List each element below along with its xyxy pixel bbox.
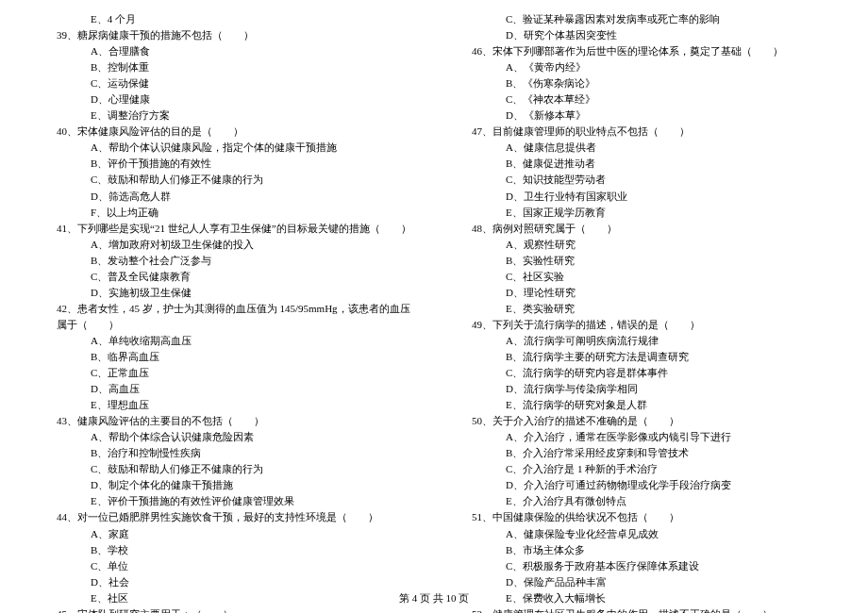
left-column: E、4 个月39、糖尿病健康干预的措施不包括（ ）A、合理膳食B、控制体重C、运… bbox=[38, 11, 415, 572]
option-text: D、实施初级卫生保健 bbox=[38, 285, 415, 301]
two-column-layout: E、4 个月39、糖尿病健康干预的措施不包括（ ）A、合理膳食B、控制体重C、运… bbox=[38, 11, 830, 572]
option-text: D、介入治疗可通过药物物理或化学手段治疗病变 bbox=[453, 477, 830, 493]
option-text: C、流行病学的研究内容是群体事件 bbox=[453, 365, 830, 381]
option-text: F、以上均正确 bbox=[38, 205, 415, 221]
option-text: A、健康保险专业化经营卓见成效 bbox=[453, 526, 830, 542]
option-text: A、《黄帝内经》 bbox=[453, 59, 830, 75]
option-text: B、发动整个社会广泛参与 bbox=[38, 253, 415, 269]
question-text: 51、中国健康保险的供给状况不包括（ ） bbox=[453, 509, 830, 525]
option-text: B、评价干预措施的有效性 bbox=[38, 156, 415, 172]
question-text: 42、患者女性，45 岁，护士为其测得的血压值为 145/95mmHg，该患者的… bbox=[38, 301, 415, 333]
option-text: B、学校 bbox=[38, 542, 415, 558]
option-text: B、市场主体众多 bbox=[453, 542, 830, 558]
option-text: E、介入治疗具有微创特点 bbox=[453, 493, 830, 509]
option-text: C、积极服务于政府基本医疗保障体系建设 bbox=[453, 558, 830, 574]
option-text: C、普及全民健康教育 bbox=[38, 269, 415, 285]
option-text: C、《神农本草经》 bbox=[453, 91, 830, 108]
option-text: D、筛选高危人群 bbox=[38, 189, 415, 205]
option-text: E、评价干预措施的有效性评价健康管理效果 bbox=[38, 493, 415, 509]
option-text: E、类实验研究 bbox=[453, 301, 830, 317]
question-text: 44、对一位已婚肥胖男性实施饮食干预，最好的支持性环境是（ ） bbox=[38, 509, 415, 525]
option-text: D、社会 bbox=[38, 574, 415, 590]
question-text: 40、宋体健康风险评估的目的是（ ） bbox=[38, 124, 415, 140]
option-text: B、《伤寒杂病论》 bbox=[453, 75, 830, 91]
option-text: D、流行病学与传染病学相同 bbox=[453, 381, 830, 397]
option-text: C、运动保健 bbox=[38, 75, 415, 91]
option-text: C、社区实验 bbox=[453, 269, 830, 285]
question-text: 39、糖尿病健康干预的措施不包括（ ） bbox=[38, 27, 415, 43]
option-text: A、健康信息提供者 bbox=[453, 140, 830, 156]
option-text: D、《新修本草》 bbox=[453, 108, 830, 124]
option-text: C、介入治疗是 1 种新的手术治疗 bbox=[453, 461, 830, 477]
option-text: A、介入治疗，通常在医学影像或内镜引导下进行 bbox=[453, 429, 830, 445]
option-text: C、鼓励和帮助人们修正不健康的行为 bbox=[38, 461, 415, 477]
option-text: E、国家正规学历教育 bbox=[453, 205, 830, 221]
option-text: E、流行病学的研究对象是人群 bbox=[453, 397, 830, 413]
option-text: B、介入治疗常采用经皮穿刺和导管技术 bbox=[453, 445, 830, 461]
question-text: 45、宋体队列研究主要用于：（ ） bbox=[38, 606, 415, 613]
option-text: A、帮助个体认识健康风险，指定个体的健康干预措施 bbox=[38, 140, 415, 156]
option-text: B、健康促进推动者 bbox=[453, 156, 830, 172]
option-text: E、理想血压 bbox=[38, 397, 415, 413]
option-text: C、正常血压 bbox=[38, 365, 415, 381]
option-text: A、单纯收缩期高血压 bbox=[38, 333, 415, 349]
option-text: B、控制体重 bbox=[38, 59, 415, 75]
option-text: A、帮助个体综合认识健康危险因素 bbox=[38, 429, 415, 445]
question-text: 52、健康管理在社区卫生服务中的作用，描述不正确的是（ ） bbox=[453, 606, 830, 613]
option-text: B、流行病学主要的研究方法是调查研究 bbox=[453, 349, 830, 365]
right-column: C、验证某种暴露因素对发病率或死亡率的影响D、研究个体基因突变性46、宋体下列哪… bbox=[453, 11, 830, 572]
option-text: A、增加政府对初级卫生保健的投入 bbox=[38, 237, 415, 253]
option-text: C、知识技能型劳动者 bbox=[453, 172, 830, 188]
option-text: D、心理健康 bbox=[38, 91, 415, 108]
option-text: D、研究个体基因突变性 bbox=[453, 27, 830, 43]
option-text: B、实验性研究 bbox=[453, 253, 830, 269]
option-text: B、治疗和控制慢性疾病 bbox=[38, 445, 415, 461]
option-text: A、家庭 bbox=[38, 526, 415, 542]
question-text: 41、下列哪些是实现“21 世纪人人享有卫生保健”的目标最关键的措施（ ） bbox=[38, 221, 415, 237]
question-text: 43、健康风险评估的主要目的不包括（ ） bbox=[38, 413, 415, 429]
option-text: A、合理膳食 bbox=[38, 43, 415, 59]
option-text: D、理论性研究 bbox=[453, 285, 830, 301]
option-text: E、调整治疗方案 bbox=[38, 108, 415, 124]
option-text: C、验证某种暴露因素对发病率或死亡率的影响 bbox=[453, 11, 830, 27]
option-text: A、流行病学可阐明疾病流行规律 bbox=[453, 333, 830, 349]
question-text: 47、目前健康管理师的职业特点不包括（ ） bbox=[453, 124, 830, 140]
page-footer: 第 4 页 共 10 页 bbox=[0, 591, 868, 605]
option-text: A、观察性研究 bbox=[453, 237, 830, 253]
option-text: E、4 个月 bbox=[38, 11, 415, 27]
question-text: 50、关于介入治疗的描述不准确的是（ ） bbox=[453, 413, 830, 429]
option-text: D、保险产品品种丰富 bbox=[453, 574, 830, 590]
option-text: D、高血压 bbox=[38, 381, 415, 397]
option-text: D、卫生行业特有国家职业 bbox=[453, 189, 830, 205]
option-text: C、单位 bbox=[38, 558, 415, 574]
option-text: C、鼓励和帮助人们修正不健康的行为 bbox=[38, 172, 415, 188]
option-text: D、制定个体化的健康干预措施 bbox=[38, 477, 415, 493]
question-text: 48、病例对照研究属于（ ） bbox=[453, 221, 830, 237]
question-text: 49、下列关于流行病学的描述，错误的是（ ） bbox=[453, 317, 830, 333]
option-text: B、临界高血压 bbox=[38, 349, 415, 365]
question-text: 46、宋体下列哪部著作为后世中医的理论体系，奠定了基础（ ） bbox=[453, 43, 830, 59]
